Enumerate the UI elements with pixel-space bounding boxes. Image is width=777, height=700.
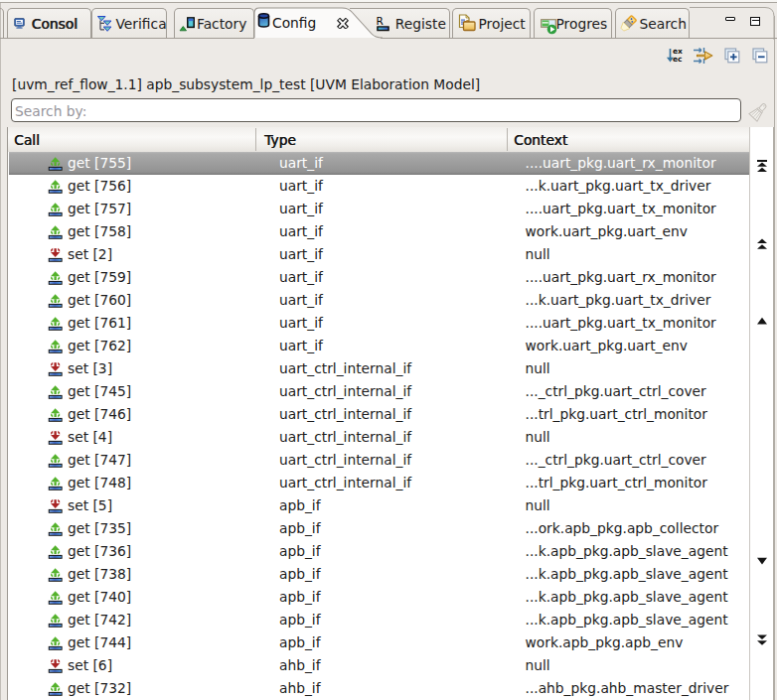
svg-text:ec: ec bbox=[673, 55, 683, 64]
